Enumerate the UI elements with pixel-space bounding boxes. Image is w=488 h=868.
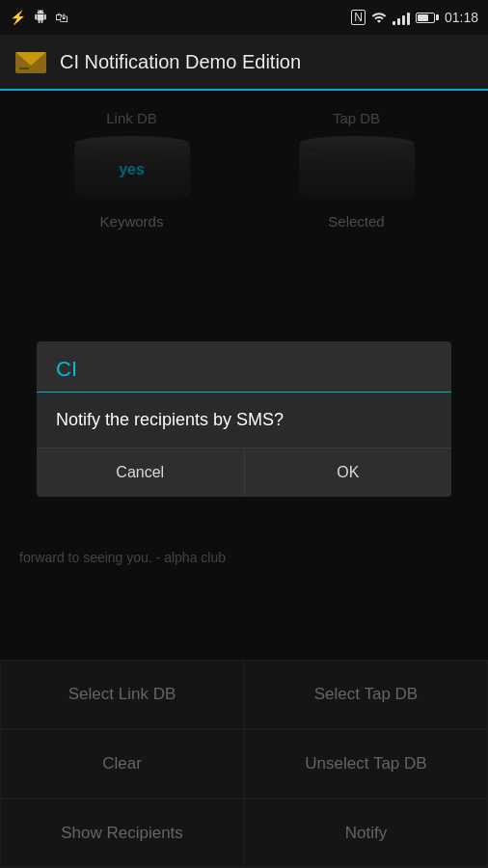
usb-icon: ⚡ bbox=[10, 10, 26, 25]
dialog-title: CI bbox=[37, 341, 451, 393]
dialog-message: Notify the recipients by SMS? bbox=[37, 393, 451, 448]
svg-rect-2 bbox=[19, 68, 29, 69]
android-icon bbox=[34, 10, 47, 26]
app-title: CI Notification Demo Edition bbox=[60, 51, 301, 73]
wifi-icon bbox=[371, 10, 387, 26]
dialog-buttons: Cancel OK bbox=[37, 448, 451, 497]
dialog-cancel-button[interactable]: Cancel bbox=[37, 448, 245, 497]
dialog: CI Notify the recipients by SMS? Cancel … bbox=[37, 341, 451, 497]
status-bar-left: ⚡ 🛍 bbox=[10, 10, 68, 26]
app-bar: CI Notification Demo Edition bbox=[0, 35, 488, 91]
app-icon bbox=[14, 44, 48, 79]
status-bar: ⚡ 🛍 N bbox=[0, 0, 488, 35]
status-time: 01:18 bbox=[445, 10, 478, 25]
nfc-icon: N bbox=[351, 10, 366, 25]
dialog-ok-button[interactable]: OK bbox=[245, 448, 452, 497]
battery-icon bbox=[416, 13, 439, 23]
status-bar-right: N 01:18 bbox=[351, 10, 478, 26]
signal-icon bbox=[393, 10, 410, 25]
bag-icon: 🛍 bbox=[55, 10, 68, 25]
dialog-overlay: CI Notify the recipients by SMS? Cancel … bbox=[0, 91, 488, 868]
